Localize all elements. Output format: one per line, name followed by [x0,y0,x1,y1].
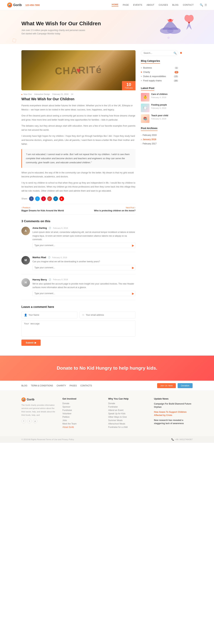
cat-charity-count: 88 [175,71,178,73]
footer-link-volunteer[interactable]: Volunteer [62,412,101,415]
news-item-2[interactable]: How Aware To Support Children Affected b… [154,410,193,417]
archive-jan-2019[interactable]: › January 2019 [141,137,178,142]
category-charity[interactable]: Charity 88 [141,70,178,74]
article-body-6: I try to send my children to school so t… [22,181,136,193]
footer-link-contacts[interactable]: CONTACTS [80,384,92,387]
footer-link-blog[interactable]: BLOG [22,384,27,387]
social-twitter[interactable]: t [27,419,32,424]
footer-link-summer[interactable]: Summer Meals [108,419,147,422]
footer-link-terms[interactable]: TERM & CONDITIONS [31,384,53,387]
footer-logo[interactable]: 🌊 Gorib [22,398,55,402]
email-field[interactable] [86,314,133,316]
share-pinterest[interactable]: p [41,196,46,201]
share-linkedin[interactable]: in [53,196,58,201]
prev-post[interactable]: ‹ Previous Bigger Dreams for Kids Around… [22,206,64,212]
nav-contact[interactable]: CONTACT [183,4,194,6]
svg-point-3 [169,19,171,21]
nav-about[interactable]: ABOUT [147,4,154,6]
footer-link-sponsor[interactable]: Sponsor [62,406,101,408]
category-business[interactable]: Business 11 [141,66,178,70]
latest-thumb-2: 🍽️ [141,104,149,112]
reply-send-1[interactable]: ▶ [132,244,134,247]
footer-link-other-ways[interactable]: Other Ways to Give [108,416,147,418]
footer-link-pages[interactable]: PAGES [70,384,77,387]
latest-post-3-title: Teach poor child [151,114,168,117]
donation-button[interactable]: Donation [178,383,193,388]
footer-link-fundraise-child[interactable]: Fundraise for a child [108,426,147,428]
footer-link-fundraise[interactable]: Fundraise [62,409,101,412]
join-us-button[interactable]: Join Us Here [157,383,176,388]
footer-link-about-gorib[interactable]: About Gorib [62,426,101,428]
share-facebook[interactable]: f [29,196,34,201]
news-item-1[interactable]: Campaign For Build Diamond Future Orphan [154,402,193,408]
social-facebook[interactable]: f [22,419,26,424]
clock-icon-1: 🕐 [49,227,51,229]
latest-post-1[interactable]: 👶 Care of children February 4, 2018 [141,93,178,102]
meta-category[interactable]: Interactive Design [34,93,50,95]
header-phone[interactable]: 123-456-7890 [25,4,40,6]
latest-post-2[interactable]: 🍽️ Feeding people February 6, 2018 [141,104,178,112]
footer-link-speak-up[interactable]: Speak Up for Kids [108,412,147,415]
post-archives: Post Archives › February 2019 › January … [141,127,178,146]
share-googleplus[interactable]: g+ [47,196,52,201]
comment-form-row: 👤 ✉ [22,312,136,318]
footer-link-donate[interactable]: Donate [62,402,101,405]
archives-title: Post Archives [141,127,157,131]
footer-link-fundraise2[interactable]: Fundraise [108,406,147,408]
menu-icon[interactable]: ☰ [204,4,207,6]
nav-page[interactable]: PAGE [123,4,129,6]
footer-link-event[interactable]: Attend an Event [108,409,147,412]
submit-button[interactable]: Submit ▶ [22,340,41,346]
nav-events[interactable]: EVENTS [133,4,142,6]
comment-3-body: Harvey Berry 🕐 February 9, 2018 We've al… [33,278,136,296]
sidebar-search: 🔍 [141,50,178,56]
avatar-anna: A [22,227,30,235]
archive-feb-2019[interactable]: › February 2019 [141,133,178,137]
date-month: February [125,87,133,89]
next-post[interactable]: Next Post › Who is protecting children o… [94,206,136,212]
clock-icon-3: 🕐 [49,278,51,281]
category-food[interactable]: Food supply chains 205 [141,78,178,83]
footer-link-jobs[interactable]: Jobs [62,419,101,422]
reply-send-3[interactable]: ▶ [132,292,134,295]
comment-1-date: February 8, 2018 [53,227,68,229]
comment-3-reply-input[interactable] [33,291,136,296]
cat-food-label: Food supply chains [143,80,162,82]
social-pinterest[interactable]: p [33,419,38,424]
logo[interactable]: 🌊 Gorib [7,2,22,8]
comment-2-reply-input[interactable] [33,265,136,270]
sidebar-search-input[interactable] [141,50,178,56]
news-item-3[interactable]: New research has revealed a staggering l… [154,418,193,425]
archive-jan-2019-label: January 2019 [143,138,156,141]
nav-home[interactable]: HOME [112,4,118,6]
sidebar-search-icon[interactable]: 🔍 [173,52,176,54]
category-duties[interactable]: Duties & responsibilities 175 [141,74,178,78]
content-area: CHARITé ♥ 10 February New One Interactiv… [22,50,136,346]
latest-post-3[interactable]: 📚 Teach poor child February 6, 2018 [141,114,178,123]
meta-comments[interactable]: 14 [71,93,73,95]
footer-link-afterschool[interactable]: Afterschool Meals [108,422,147,425]
avatar-mahfuz: M [22,256,30,264]
reply-send-2[interactable]: ▶ [132,266,134,269]
share-youtube[interactable]: ▶ [59,196,64,201]
comment-3-author: Harvey Berry [33,278,47,281]
footer-phone[interactable]: +88- 043127464367 [175,438,193,440]
message-field[interactable] [22,320,136,336]
article-meta: New One Interactive Design February 21, … [22,93,136,95]
comment-3-date: February 9, 2018 [53,278,68,280]
share-twitter[interactable]: t [35,196,40,201]
name-field[interactable] [29,314,75,316]
footer-link-charity[interactable]: CHARITY [57,384,66,387]
latest-post-3-info: Teach poor child February 6, 2018 [151,114,168,120]
logo-icon: 🌊 [7,2,12,8]
search-icon[interactable]: 🔍 [200,4,203,6]
nav-blog[interactable]: BLOG [172,4,178,6]
cat-business-count: 11 [175,67,178,69]
footer-link-petition[interactable]: Petition [62,416,101,418]
footer-link-meet-team[interactable]: Meet the Team [62,422,101,425]
archive-feb-2017[interactable]: › February 2017 [141,142,178,146]
nav-causes[interactable]: CAUSES [159,4,168,6]
footer-link-donate2[interactable]: Donate [108,402,147,405]
meta-tag[interactable]: New One [22,93,32,95]
comment-1-reply-input[interactable] [33,243,136,248]
